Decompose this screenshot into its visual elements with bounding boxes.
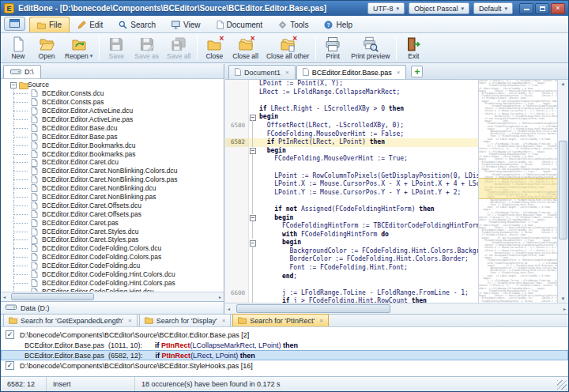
close-tab-icon[interactable]: ×: [285, 69, 289, 76]
code-line[interactable]: if LRect.Right - LScrolledXBy > 0 then: [225, 105, 478, 114]
code-line[interactable]: − begin: [225, 239, 478, 247]
search-tab-getexpandedlength[interactable]: Search for 'GetExpandedLength' ×: [3, 314, 138, 326]
fold-margin[interactable]: [249, 89, 257, 97]
tree-file-item[interactable]: BCEditor.Editor.Caret.Offsets.pas: [1, 209, 224, 218]
close-tab-icon[interactable]: ×: [319, 317, 323, 324]
tab-search[interactable]: Search: [111, 17, 164, 32]
search-tab-display[interactable]: Search for 'Display' ×: [139, 314, 232, 326]
scroll-left-icon[interactable]: ◂: [3, 294, 6, 300]
tree-file-item[interactable]: BCEditor.Editor.Caret.NonBlinking.pas: [1, 193, 224, 202]
horizontal-scrollbar[interactable]: ◂ ▸: [225, 303, 568, 314]
fold-margin[interactable]: [249, 231, 257, 239]
search-result-group[interactable]: ✓ D:\bonecode\Components\BCEditor\Source…: [1, 330, 568, 340]
fold-margin[interactable]: [249, 130, 257, 139]
fold-margin[interactable]: −: [249, 214, 257, 223]
code-line[interactable]: − begin: [225, 147, 478, 156]
fold-margin[interactable]: [249, 96, 257, 105]
tree-file-item[interactable]: BCEditor.Consts.dcu: [1, 89, 224, 98]
fold-margin[interactable]: [249, 281, 257, 289]
resize-grip[interactable]: [557, 380, 567, 390]
code-line[interactable]: BorderColor := FCodeFolding.Hint.Colors.…: [225, 255, 478, 264]
close-button[interactable]: ×: [551, 3, 565, 14]
fold-collapse-icon[interactable]: −: [250, 148, 256, 154]
new-document-button[interactable]: +: [411, 66, 423, 77]
code-line[interactable]: LPoint.X := Mouse.CursorPos.X - X + LPoi…: [225, 180, 478, 189]
search-result-group[interactable]: ✓ D:\bonecode\Components\BCEditor\Source…: [1, 360, 568, 371]
fold-collapse-icon[interactable]: −: [250, 240, 256, 247]
fold-margin[interactable]: −: [249, 113, 257, 122]
tree-file-item[interactable]: BCEditor.Editor.Bookmarks.pas: [1, 149, 224, 158]
fold-margin[interactable]: [249, 122, 257, 130]
tree-file-item[interactable]: BCEditor.Editor.Caret.NonBlinking.Colors…: [1, 167, 224, 175]
tab-document[interactable]: Document: [209, 17, 271, 32]
tab-edit[interactable]: Edit: [70, 17, 111, 32]
tree-file-item[interactable]: BCEditor.Editor.Caret.dcu: [1, 158, 224, 167]
tree-file-item[interactable]: BCEditor.Editor.CodeFolding.Colors.pas: [1, 253, 224, 262]
tree-file-item[interactable]: BCEditor.Editor.Base.dcu: [1, 123, 224, 132]
reopen-button[interactable]: Reopen▾: [61, 34, 96, 62]
scrollbar-thumb[interactable]: [559, 141, 567, 239]
scroll-right-icon[interactable]: ▸: [563, 306, 566, 311]
checkbox-checked[interactable]: ✓: [6, 361, 14, 370]
fold-margin[interactable]: [249, 105, 257, 114]
exit-button[interactable]: Exit: [399, 34, 428, 62]
code-line[interactable]: [225, 164, 478, 172]
fold-collapse-icon[interactable]: −: [250, 115, 256, 121]
search-result-match-selected[interactable]: BCEditor.Editor.Base.pas (6582, 12): if …: [1, 350, 568, 360]
fold-margin[interactable]: [249, 164, 257, 172]
code-area[interactable]: LPoint := Point(X, Y);LRect := LFoldRang…: [225, 80, 478, 303]
code-line[interactable]: 6582 if PtInRect(LRect, LPoint) then: [225, 138, 478, 147]
code-line[interactable]: BackgroundColor := FCodeFolding.Hint.Col…: [225, 247, 478, 256]
close-tab-icon[interactable]: ×: [397, 69, 401, 76]
close-button-doc[interactable]: × Close: [200, 34, 228, 62]
code-line[interactable]: FCodeFolding.MouseOverHint := True;: [225, 155, 478, 164]
tree-file-item[interactable]: BCEditor.Editor.CodeFolding.Hint.Colors.…: [1, 278, 224, 287]
new-button[interactable]: New: [4, 34, 32, 62]
code-line[interactable]: LPoint := RowColumnToPixels(GetDisplayPo…: [225, 172, 478, 181]
tree-file-item[interactable]: BCEditor.Editor.Caret.Offsets.dcu: [1, 201, 224, 209]
fold-collapse-icon[interactable]: −: [250, 215, 256, 221]
close-all-other-button[interactable]: × Close all other: [262, 34, 313, 62]
collapse-icon[interactable]: −: [10, 82, 17, 89]
encoding-select[interactable]: UTF-8 ▾: [367, 2, 405, 14]
code-line[interactable]: end;: [225, 273, 478, 281]
tree-file-item[interactable]: BCEditor.Editor.Bookmarks.dcu: [1, 141, 224, 149]
fold-margin[interactable]: [249, 180, 257, 189]
code-line[interactable]: if not Assigned(FCodeFoldingHintForm) th…: [225, 205, 478, 214]
code-line[interactable]: 6600 j := LFoldRange.ToLine - LFoldRange…: [225, 289, 478, 298]
fold-margin[interactable]: [249, 205, 257, 214]
fold-margin[interactable]: [249, 255, 257, 264]
scroll-right-icon[interactable]: ▸: [219, 294, 221, 300]
tree-root-folder[interactable]: − Source: [1, 81, 224, 89]
tree-horizontal-scrollbar[interactable]: ◂ ▸: [1, 292, 224, 301]
tree-file-item[interactable]: BCEditor.Editor.ActiveLine.pas: [1, 115, 224, 124]
code-line[interactable]: Font := FCodeFolding.Hint.Font;: [225, 264, 478, 273]
close-tab-icon[interactable]: ×: [222, 317, 226, 324]
print-preview-button[interactable]: Print preview: [347, 34, 394, 62]
code-line[interactable]: −begin: [225, 113, 478, 122]
code-line[interactable]: − begin: [225, 214, 478, 223]
tab-help[interactable]: ? Help: [316, 17, 360, 32]
tree-file-item[interactable]: BCEditor.Editor.Caret.NonBlinking.dcu: [1, 184, 224, 193]
fold-margin[interactable]: [249, 155, 257, 164]
fold-margin[interactable]: [249, 289, 257, 298]
tree-file-item[interactable]: BCEditor.Consts.pas: [1, 98, 224, 107]
search-tab-ptinrect[interactable]: Search for 'PtInRect' ×: [232, 314, 329, 326]
tree-file-item[interactable]: BCEditor.Editor.Caret.Styles.pas: [1, 236, 224, 244]
code-line[interactable]: [225, 281, 478, 289]
checkbox-checked[interactable]: ✓: [6, 330, 14, 339]
maximize-button[interactable]: [535, 3, 549, 14]
tree-file-item[interactable]: BCEditor.Editor.Base.pas: [1, 132, 224, 141]
syntax-select[interactable]: Object Pascal ▾: [409, 2, 469, 14]
code-line[interactable]: 6580 OffsetRect(LRect, -LScrolledXBy, 0)…: [225, 122, 478, 130]
minimap[interactable]: LPoint := Point(X, Y); if PtInRect(LRect…: [478, 80, 557, 303]
code-line[interactable]: FCodeFoldingHintForm := TBCEditorCodeFol…: [225, 222, 478, 231]
tab-tools[interactable]: Tools: [270, 17, 316, 32]
scrollbar-thumb[interactable]: [236, 304, 390, 313]
tree-file-item[interactable]: BCEditor.Editor.ActiveLine.dcu: [1, 107, 224, 115]
code-line[interactable]: LPoint := Point(X, Y);: [225, 80, 478, 89]
scrollbar-thumb[interactable]: [11, 293, 94, 300]
print-button[interactable]: Print: [318, 34, 347, 62]
tab-view[interactable]: View: [164, 17, 209, 32]
scroll-down-icon[interactable]: ▼: [558, 296, 568, 301]
